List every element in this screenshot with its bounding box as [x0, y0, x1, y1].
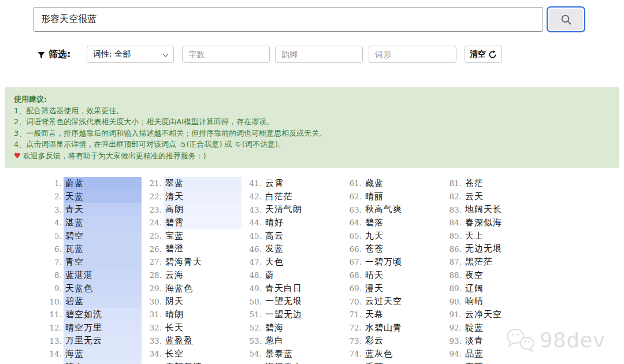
- list-item[interactable]: 21.翠蓝: [144, 177, 244, 190]
- list-item-word[interactable]: 晴朗: [164, 308, 242, 321]
- list-item-word[interactable]: 海蓝: [64, 347, 142, 361]
- list-item[interactable]: 32.长天: [144, 321, 244, 335]
- list-item[interactable]: 3.青天: [44, 203, 144, 216]
- list-item-word[interactable]: 清天: [164, 190, 242, 203]
- list-item-word[interactable]: 晴丽: [363, 190, 441, 203]
- list-item[interactable]: 85.天上: [444, 229, 544, 243]
- list-item-word[interactable]: 苍苍: [363, 242, 441, 255]
- list-item-word[interactable]: 万里无云: [64, 334, 142, 347]
- list-item[interactable]: 27.碧海青天: [144, 255, 244, 269]
- list-item-word[interactable]: 葱白: [263, 334, 341, 347]
- list-item[interactable]: 35.天朗气清: [144, 361, 244, 364]
- list-item[interactable]: 72.水碧山青: [344, 321, 444, 335]
- list-item[interactable]: 15.晴空: [44, 361, 144, 364]
- list-item[interactable]: 67.一碧万顷: [344, 255, 444, 269]
- list-item-word[interactable]: 春深似海: [463, 216, 541, 229]
- list-item-word[interactable]: 晴好: [263, 216, 341, 229]
- list-item-word[interactable]: 云净天空: [463, 308, 541, 321]
- list-item-word[interactable]: 宝蓝: [164, 229, 242, 243]
- list-item[interactable]: 6.瓦蓝: [44, 242, 144, 255]
- char-count-input[interactable]: [182, 46, 270, 63]
- list-item-word[interactable]: 海阔天空: [263, 361, 341, 364]
- list-item[interactable]: 24.碧霄: [144, 216, 244, 229]
- list-item-word[interactable]: 晴天: [363, 269, 441, 282]
- list-item-word[interactable]: 漫天: [363, 282, 441, 295]
- list-item-word[interactable]: 天蓝: [64, 190, 142, 203]
- list-item[interactable]: 46.发蓝: [244, 242, 344, 255]
- list-item-word[interactable]: 秋高气爽: [363, 203, 441, 216]
- list-item-word[interactable]: 淡青: [463, 334, 541, 347]
- list-item[interactable]: 70.云过天空: [344, 295, 444, 308]
- list-item-word[interactable]: 黑茫茫: [463, 255, 541, 269]
- list-item-word[interactable]: 夜空: [463, 269, 541, 282]
- list-item-word[interactable]: 碧澄: [164, 242, 242, 255]
- list-item-word[interactable]: 蓝湛湛: [64, 269, 142, 282]
- list-item[interactable]: 43.天清气朗: [244, 203, 344, 216]
- list-item[interactable]: 66.苍苍: [344, 242, 444, 255]
- list-item-word[interactable]: 云海: [164, 269, 242, 282]
- list-item[interactable]: 26.碧澄: [144, 242, 244, 255]
- list-item[interactable]: 12.晴空万里: [44, 321, 144, 335]
- list-item[interactable]: 81.苍茫: [444, 177, 544, 190]
- list-item[interactable]: 92.靛蓝: [444, 321, 544, 335]
- list-item-word[interactable]: 碧落: [363, 216, 441, 229]
- list-item[interactable]: 28.云海: [144, 269, 244, 282]
- list-item[interactable]: 34.长空: [144, 347, 244, 361]
- list-item[interactable]: 45.高云: [244, 229, 344, 243]
- list-item-word[interactable]: 碧空: [64, 229, 142, 243]
- list-item[interactable]: 44.晴好: [244, 216, 344, 229]
- list-item[interactable]: 25.宝蓝: [144, 229, 244, 243]
- list-item[interactable]: 89.辽阔: [444, 282, 544, 295]
- list-item[interactable]: 82.云天: [444, 190, 544, 203]
- list-item-word[interactable]: 晴空: [64, 361, 142, 364]
- list-item-word[interactable]: 品蓝: [463, 347, 541, 361]
- list-item-word[interactable]: 翠蓝: [164, 177, 242, 190]
- list-item[interactable]: 71.天幕: [344, 308, 444, 321]
- clear-filters-button[interactable]: 清空: [465, 46, 502, 63]
- list-item[interactable]: 53.葱白: [244, 334, 344, 347]
- list-item-word[interactable]: 辽阔: [463, 282, 541, 295]
- list-item[interactable]: 47.天色: [244, 255, 344, 269]
- list-item[interactable]: 91.云净天空: [444, 308, 544, 321]
- list-item-word[interactable]: 蓝盈盈: [164, 334, 242, 347]
- list-item[interactable]: 68.晴天: [344, 269, 444, 282]
- list-item-word[interactable]: 一望无边: [263, 308, 341, 321]
- list-item[interactable]: 75.千苍: [344, 361, 444, 364]
- list-item-word[interactable]: 青天白日: [263, 282, 341, 295]
- list-item-word[interactable]: 天幕: [363, 308, 441, 321]
- list-item-word[interactable]: 水碧山青: [363, 321, 441, 335]
- list-item-word[interactable]: 九天: [363, 229, 441, 243]
- list-item-word[interactable]: 一碧万顷: [363, 255, 441, 269]
- list-item-word[interactable]: 云天: [463, 190, 541, 203]
- list-item[interactable]: 54.景泰蓝: [244, 347, 344, 361]
- list-item-word[interactable]: 蔚蓝: [64, 177, 142, 190]
- list-item[interactable]: 61.藏蓝: [344, 177, 444, 190]
- list-item[interactable]: 22.清天: [144, 190, 244, 203]
- list-item-word[interactable]: 晴空万里: [64, 321, 142, 335]
- list-item[interactable]: 4.湛蓝: [44, 216, 144, 229]
- list-item-word[interactable]: 高云: [263, 229, 341, 243]
- list-item-word[interactable]: 蔚: [263, 269, 341, 282]
- list-item-word[interactable]: 靛蓝: [463, 321, 541, 335]
- list-item[interactable]: 52.碧海: [244, 321, 344, 335]
- list-item-word[interactable]: 长空: [164, 347, 242, 361]
- list-item-word[interactable]: 景泰蓝: [263, 347, 341, 361]
- list-item[interactable]: 5.碧空: [44, 229, 144, 243]
- list-item[interactable]: 73.彩云: [344, 334, 444, 347]
- list-item-word[interactable]: 天朗气清: [164, 361, 242, 364]
- list-item-word[interactable]: 碧霄: [164, 216, 242, 229]
- list-item[interactable]: 14.海蓝: [44, 347, 144, 361]
- list-item[interactable]: 62.晴丽: [344, 190, 444, 203]
- list-item-word[interactable]: 千苍: [363, 361, 441, 364]
- list-item-word[interactable]: 碧空如洗: [64, 308, 142, 321]
- list-item-word[interactable]: 天色: [263, 255, 341, 269]
- list-item-word[interactable]: 苍茫: [463, 177, 541, 190]
- list-item-word[interactable]: 天清气朗: [263, 203, 341, 216]
- list-item[interactable]: 51.一望无边: [244, 308, 344, 321]
- list-item[interactable]: 23.高朗: [144, 203, 244, 216]
- list-item-word[interactable]: 碧蓝: [64, 295, 142, 308]
- list-item-word[interactable]: 天蓝色: [64, 282, 142, 295]
- list-item-word[interactable]: 蓝灰色: [363, 347, 441, 361]
- list-item[interactable]: 29.海蓝色: [144, 282, 244, 295]
- rhyme-input[interactable]: [275, 46, 363, 63]
